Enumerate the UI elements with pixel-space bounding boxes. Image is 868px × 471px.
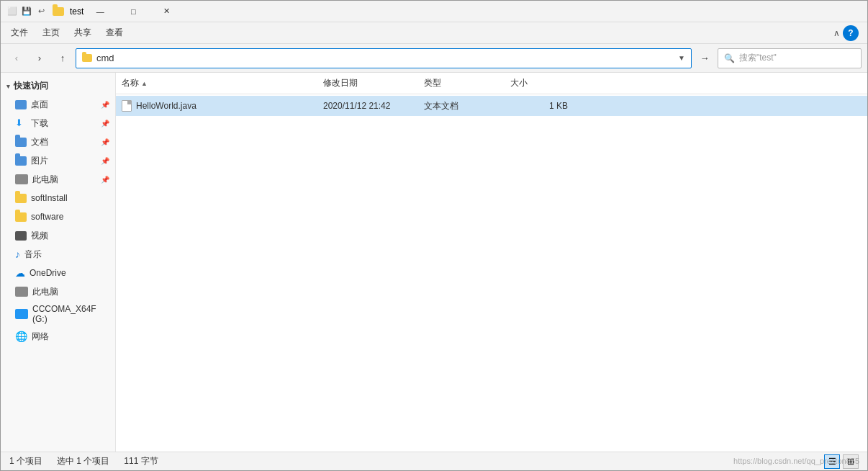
col-header-name[interactable]: 名称 ▲ — [122, 77, 323, 89]
download-icon — [15, 117, 27, 129]
sidebar-cccoma-label: CCCOMA_X64F (G:) — [32, 304, 109, 324]
file-name-cell: HelloWorld.java — [122, 100, 323, 112]
menu-home[interactable]: 主页 — [35, 24, 67, 42]
sidebar-item-pictures[interactable]: 图片 📌 — [1, 151, 115, 170]
menu-expand: ∧ ? — [833, 25, 864, 41]
address-input[interactable]: cmd ▼ — [76, 48, 692, 68]
title-bar-icons: ⬜ 💾 ↩ — [6, 6, 47, 17]
chevron-icon: ▾ — [6, 83, 10, 90]
pin-icon-2: 📌 — [101, 120, 109, 127]
help-button[interactable]: ? — [843, 25, 859, 41]
sidebar-item-documents[interactable]: 文档 📌 — [1, 133, 115, 151]
up-button[interactable]: ↑ — [53, 48, 73, 68]
pictures-folder-icon — [15, 156, 27, 166]
address-path: cmd — [96, 53, 674, 63]
col-name-label: 名称 — [122, 77, 139, 89]
java-file-icon — [122, 100, 132, 112]
menu-view[interactable]: 查看 — [99, 24, 130, 42]
address-dropdown-icon[interactable]: ▼ — [678, 54, 685, 62]
sidebar-item-this-pc-2[interactable]: 此电脑 — [1, 282, 115, 301]
pin-icon: 📌 — [101, 101, 109, 109]
softinstall-folder-icon — [15, 194, 27, 203]
address-bar: ‹ › ↑ cmd ▼ → 🔍 搜索"test" — [1, 44, 867, 73]
column-headers: 名称 ▲ 修改日期 类型 大小 — [116, 73, 867, 94]
col-header-date[interactable]: 修改日期 — [323, 77, 424, 89]
documents-folder-icon — [15, 138, 27, 147]
back-button[interactable]: ‹ — [6, 48, 27, 68]
col-header-size[interactable]: 大小 — [510, 77, 568, 89]
status-selected: 选中 1 个项目 — [57, 455, 109, 467]
address-folder-icon — [82, 54, 92, 62]
content-area: 名称 ▲ 修改日期 类型 大小 HelloWorld.jav — [116, 73, 867, 452]
sidebar-thispc-label: 此电脑 — [32, 174, 58, 186]
videos-icon — [15, 231, 27, 241]
window-folder-icon — [53, 7, 64, 16]
menu-file[interactable]: 文件 — [4, 24, 35, 42]
file-date: 2020/11/12 21:42 — [323, 101, 424, 111]
minimize-button[interactable]: — — [83, 1, 117, 22]
sidebar-softinstall-label: softInstall — [31, 193, 68, 203]
watermark: https://blog.csdn.net/qq_preston855 — [733, 457, 859, 465]
title-bar: ⬜ 💾 ↩ test — □ ✕ — [1, 1, 867, 22]
sidebar-item-softinstall[interactable]: softInstall — [1, 189, 115, 207]
thispc2-icon — [15, 287, 28, 297]
file-name: HelloWorld.java — [136, 101, 196, 111]
col-header-type[interactable]: 类型 — [424, 77, 510, 89]
pin-icon-4: 📌 — [101, 157, 109, 165]
col-size-label: 大小 — [510, 77, 528, 89]
file-list: HelloWorld.java 2020/11/12 21:42 文本文档 1 … — [116, 94, 867, 452]
sidebar-item-music[interactable]: ♪ 音乐 — [1, 245, 115, 264]
quick-access-icon[interactable]: 💾 — [21, 6, 32, 17]
menu-share[interactable]: 共享 — [67, 24, 99, 42]
sidebar-item-onedrive[interactable]: ☁ OneDrive — [1, 264, 115, 282]
sidebar-item-videos[interactable]: 视频 — [1, 226, 115, 245]
file-type: 文本文档 — [424, 100, 510, 112]
status-size: 111 字节 — [124, 455, 158, 467]
network-icon: 🌐 — [15, 331, 27, 342]
quick-access-header[interactable]: ▾ 快速访问 — [1, 76, 115, 95]
sidebar-item-cccoma[interactable]: CCCOMA_X64F (G:) — [1, 301, 115, 327]
search-box[interactable]: 🔍 搜索"test" — [718, 48, 862, 68]
col-type-label: 类型 — [424, 77, 441, 89]
sidebar-item-downloads[interactable]: 下载 📌 — [1, 114, 115, 133]
pin-icon-3: 📌 — [101, 138, 109, 146]
software-folder-icon — [15, 212, 27, 222]
navigate-button[interactable]: → — [695, 48, 715, 68]
desktop-icon — [15, 100, 27, 109]
sidebar-item-network[interactable]: 🌐 网络 — [1, 327, 115, 346]
sidebar-desktop-label: 桌面 — [31, 99, 48, 111]
col-date-label: 修改日期 — [323, 77, 358, 89]
forward-button[interactable]: › — [30, 48, 50, 68]
close-button[interactable]: ✕ — [150, 1, 183, 22]
explorer-window: ⬜ 💾 ↩ test — □ ✕ 文件 主页 共享 查看 ∧ ? ‹ › ↑ c… — [0, 0, 868, 471]
music-icon: ♪ — [15, 249, 20, 259]
drive-icon — [15, 309, 28, 319]
sidebar-onedrive-label: OneDrive — [30, 268, 66, 278]
window-controls: — □ ✕ — [83, 1, 183, 22]
thispc-icon — [15, 174, 28, 184]
undo-icon[interactable]: ↩ — [35, 6, 47, 17]
sidebar-music-label: 音乐 — [24, 248, 42, 261]
sidebar-item-desktop[interactable]: 桌面 📌 — [1, 95, 115, 114]
quick-access-label: 快速访问 — [14, 80, 48, 92]
sidebar-software-label: software — [31, 212, 63, 222]
main-area: ▾ 快速访问 桌面 📌 下载 📌 文档 📌 图片 📌 — [1, 73, 867, 452]
maximize-button[interactable]: □ — [117, 1, 150, 22]
table-row[interactable]: HelloWorld.java 2020/11/12 21:42 文本文档 1 … — [116, 96, 867, 116]
status-total: 1 个项目 — [9, 455, 42, 467]
search-placeholder: 搜索"test" — [739, 52, 777, 64]
window-title: test — [70, 6, 83, 17]
sidebar-network-label: 网络 — [32, 331, 49, 343]
search-icon: 🔍 — [724, 53, 735, 63]
sidebar: ▾ 快速访问 桌面 📌 下载 📌 文档 📌 图片 📌 — [1, 73, 116, 452]
sort-arrow-icon: ▲ — [141, 80, 148, 87]
collapse-ribbon-icon[interactable]: ∧ — [833, 28, 840, 38]
sidebar-item-thispc[interactable]: 此电脑 📌 — [1, 170, 115, 189]
sidebar-documents-label: 文档 — [31, 136, 48, 148]
sidebar-this-pc-2-label: 此电脑 — [32, 286, 58, 298]
sidebar-pictures-label: 图片 — [31, 155, 48, 167]
system-icon: ⬜ — [6, 6, 18, 17]
file-size: 1 KB — [510, 101, 568, 111]
menu-bar: 文件 主页 共享 查看 ∧ ? — [1, 22, 867, 44]
sidebar-item-software[interactable]: software — [1, 207, 115, 226]
